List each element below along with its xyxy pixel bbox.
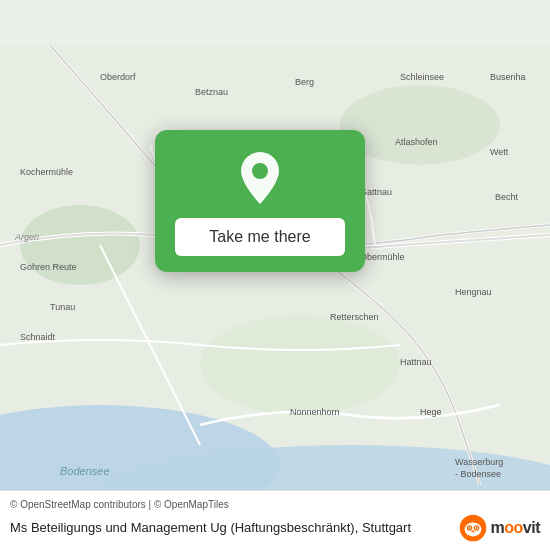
svg-text:Kochermühle: Kochermühle	[20, 167, 73, 177]
location-pin-icon	[236, 150, 284, 206]
moovit-icon	[459, 514, 487, 542]
svg-text:- Bodensee: - Bodensee	[455, 469, 501, 479]
svg-text:Nonnenhorn: Nonnenhorn	[290, 407, 340, 417]
svg-text:Bodensee: Bodensee	[60, 465, 110, 477]
svg-point-5	[200, 315, 400, 415]
svg-text:Tunau: Tunau	[50, 302, 75, 312]
moovit-text: moovit	[491, 519, 540, 537]
svg-text:Wasserburg: Wasserburg	[455, 457, 503, 467]
svg-text:Atlashofen: Atlashofen	[395, 137, 438, 147]
svg-text:Betznau: Betznau	[195, 87, 228, 97]
svg-point-30	[252, 163, 268, 179]
svg-text:Becht: Becht	[495, 192, 519, 202]
svg-text:Argen: Argen	[14, 232, 39, 242]
svg-text:Schnaidt: Schnaidt	[20, 332, 56, 342]
bottom-content: Ms Beteiligungs und Management Ug (Haftu…	[10, 514, 540, 542]
svg-text:Hengnau: Hengnau	[455, 287, 492, 297]
take-me-there-button[interactable]: Take me there	[175, 218, 345, 256]
svg-text:Wett: Wett	[490, 147, 509, 157]
map-background: Oberdorf Betznau Berg Schleinsee Busenha…	[0, 0, 550, 550]
svg-text:Schleinsee: Schleinsee	[400, 72, 444, 82]
svg-text:Oberdorf: Oberdorf	[100, 72, 136, 82]
moovit-logo: moovit	[459, 514, 540, 542]
svg-text:Retterschen: Retterschen	[330, 312, 379, 322]
bottom-bar: © OpenStreetMap contributors | © OpenMap…	[0, 490, 550, 550]
svg-text:Obermühle: Obermühle	[360, 252, 405, 262]
place-name: Ms Beteiligungs und Management Ug (Haftu…	[10, 520, 459, 537]
location-card: Take me there	[155, 130, 365, 272]
svg-text:Hege: Hege	[420, 407, 442, 417]
svg-point-37	[468, 527, 469, 528]
svg-text:Gohren  Reute: Gohren Reute	[20, 262, 77, 272]
attribution-text: © OpenStreetMap contributors | © OpenMap…	[10, 499, 540, 510]
svg-point-3	[20, 205, 140, 285]
svg-text:Busenha: Busenha	[490, 72, 526, 82]
map-container: Oberdorf Betznau Berg Schleinsee Busenha…	[0, 0, 550, 550]
svg-text:Berg: Berg	[295, 77, 314, 87]
svg-point-38	[475, 527, 476, 528]
location-icon-wrapper	[232, 150, 288, 206]
svg-text:Hattnau: Hattnau	[400, 357, 432, 367]
